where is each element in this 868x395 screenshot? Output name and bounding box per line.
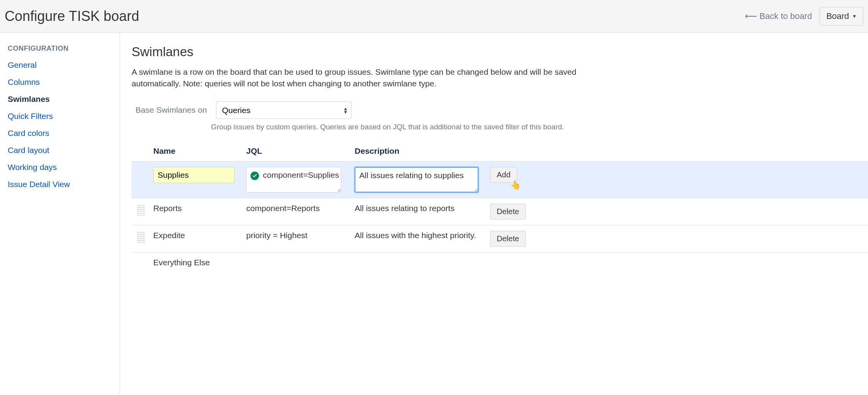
back-link-label: Back to board bbox=[760, 11, 812, 21]
base-swimlanes-select[interactable]: Queries bbox=[216, 101, 352, 119]
swimlane-name-input[interactable] bbox=[153, 167, 235, 183]
sidebar-heading: CONFIGURATION bbox=[8, 45, 112, 53]
section-description: A swimlane is a row on the board that ca… bbox=[132, 66, 596, 90]
delete-button[interactable]: Delete bbox=[490, 204, 526, 220]
swimlane-name: Reports bbox=[153, 204, 246, 213]
swimlane-description: All issues relating to reports bbox=[355, 204, 490, 213]
swimlane-name: Expedite bbox=[153, 231, 246, 240]
sidebar-item-working-days[interactable]: Working days bbox=[8, 163, 57, 172]
swimlane-row: Everything Else bbox=[132, 252, 868, 273]
drag-handle-icon[interactable] bbox=[137, 232, 145, 242]
caret-down-icon: ▼ bbox=[852, 14, 857, 19]
column-header-jql: JQL bbox=[246, 146, 355, 156]
sidebar-item-issue-detail-view[interactable]: Issue Detail View bbox=[8, 180, 70, 189]
swimlane-description: All issues with the highest priority. bbox=[355, 231, 490, 240]
section-title: Swimlanes bbox=[132, 45, 868, 59]
swimlane-jql: component=Reports bbox=[246, 204, 355, 213]
swimlane-row: Reports component=Reports All issues rel… bbox=[132, 198, 868, 225]
swimlane-description-input[interactable]: All issues relating to supplies bbox=[355, 167, 479, 192]
board-dropdown-label: Board bbox=[826, 11, 849, 21]
arrow-left-icon: ⟵ bbox=[745, 12, 757, 21]
swimlane-jql: priority = Highest bbox=[246, 231, 355, 240]
base-swimlanes-help: Group issues by custom queries. Queries … bbox=[211, 123, 868, 131]
sidebar-item-card-colors[interactable]: Card colors bbox=[8, 129, 49, 137]
base-swimlanes-label: Base Swimlanes on bbox=[136, 105, 207, 115]
swimlanes-table: Name JQL Description component=Supplies bbox=[132, 141, 868, 273]
swimlane-row: Expedite priority = Highest All issues w… bbox=[132, 225, 868, 252]
swimlane-jql-input[interactable]: component=Supplies bbox=[246, 167, 341, 192]
swimlane-name: Everything Else bbox=[153, 258, 246, 267]
drag-handle-icon[interactable] bbox=[137, 204, 145, 215]
sidebar: CONFIGURATION General Columns Swimlanes … bbox=[0, 33, 120, 395]
check-circle-icon bbox=[250, 172, 259, 180]
sidebar-item-swimlanes[interactable]: Swimlanes bbox=[8, 94, 50, 103]
back-to-board-link[interactable]: ⟵ Back to board bbox=[745, 11, 812, 21]
delete-button[interactable]: Delete bbox=[490, 231, 526, 247]
sidebar-item-quick-filters[interactable]: Quick Filters bbox=[8, 112, 53, 120]
top-bar: Configure TISK board ⟵ Back to board Boa… bbox=[0, 0, 868, 33]
board-dropdown-button[interactable]: Board ▼ bbox=[820, 7, 863, 26]
swimlane-jql-text: component=Supplies bbox=[263, 170, 339, 180]
column-header-description: Description bbox=[355, 146, 490, 156]
swimlane-new-row: component=Supplies All issues relating t… bbox=[132, 161, 868, 198]
page-title: Configure TISK board bbox=[5, 8, 139, 24]
column-header-name: Name bbox=[153, 146, 246, 156]
sidebar-item-general[interactable]: General bbox=[8, 60, 37, 69]
main-content: Swimlanes A swimlane is a row on the boa… bbox=[120, 33, 868, 395]
add-button[interactable]: Add bbox=[490, 167, 517, 183]
sidebar-item-card-layout[interactable]: Card layout bbox=[8, 146, 49, 155]
sidebar-item-columns[interactable]: Columns bbox=[8, 77, 40, 86]
